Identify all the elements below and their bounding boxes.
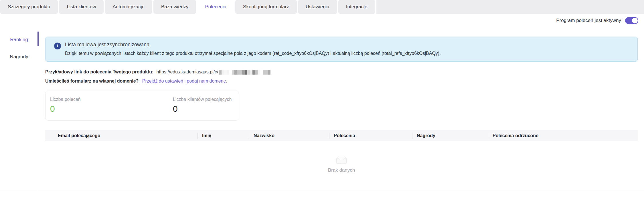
referral-content: RankingNagrody i Lista mailowa jest zsyn… (0, 27, 644, 192)
redaction-block (237, 70, 240, 75)
program-active-label: Program poleceń jest aktywny (556, 18, 621, 23)
redaction-block (224, 70, 227, 75)
stat-value: 0 (50, 105, 81, 113)
redaction-block (240, 70, 242, 75)
tab-skonfiguruj-formularz[interactable]: Skonfiguruj formularz (235, 0, 297, 14)
stat-value: 0 (173, 105, 232, 113)
toggle-knob (632, 18, 638, 23)
own-domain-row: Umieściłeś formularz na własnej domenie?… (45, 79, 638, 84)
column-header-imi: Imię (197, 130, 249, 141)
tab-polecenia[interactable]: Polecenia (197, 0, 234, 14)
tab-integracje[interactable]: Integracje (338, 0, 375, 14)
banner-title: Lista mailowa jest zsynchronizowana. (65, 42, 441, 48)
redaction-block (258, 70, 260, 75)
column-header-email-polecaj-cego: Email polecającego (45, 130, 197, 141)
stat-liczba-polece: Liczba poleceń0 (50, 97, 81, 113)
redaction-block (222, 70, 224, 75)
redaction-block (255, 70, 258, 75)
info-icon: i (54, 43, 61, 49)
ranking-panel: i Lista mailowa jest zsynchronizowana. D… (38, 27, 644, 192)
product-tab-bar: Szczegóły produktuLista klientówAutomaty… (0, 0, 644, 14)
stat-liczba-klient-w-polecaj-cych: Liczba klientów polecających0 (173, 97, 232, 113)
redaction-block (245, 70, 247, 75)
tab-ustawienia[interactable]: Ustawienia (298, 0, 337, 14)
sidebar-item-nagrody[interactable]: Nagrody (0, 51, 38, 62)
column-header-nagrody: Nagrody (412, 130, 488, 141)
active-item-indicator (37, 31, 39, 46)
ranking-table: Email polecającegoImięNazwiskoPoleceniaN… (45, 130, 638, 173)
redaction-block (250, 70, 252, 75)
referral-program-header: Program poleceń jest aktywny (0, 14, 644, 27)
redaction-block (268, 70, 270, 75)
column-header-nazwisko: Nazwisko (249, 130, 329, 141)
own-domain-question: Umieściłeś formularz na własnej domenie? (45, 79, 139, 83)
stat-label: Liczba poleceń (50, 97, 81, 102)
redaction-block (229, 70, 232, 75)
ranking-table-header: Email polecającegoImięNazwiskoPoleceniaN… (45, 130, 638, 141)
empty-inbox-icon (335, 155, 348, 165)
go-to-settings-link[interactable]: Przejdź do ustawień i podaj nam domenę. (142, 79, 227, 83)
banner-description: Dzięki temu w powiązanych listach każdy … (65, 51, 441, 56)
referral-stats-card: Liczba poleceń0Liczba klientów polecając… (45, 91, 239, 121)
redaction-block (219, 70, 222, 75)
redaction-block (263, 70, 265, 75)
tab-baza-wiedzy[interactable]: Baza wiedzy (153, 0, 196, 14)
program-active-toggle[interactable] (625, 17, 638, 24)
redaction-block (234, 70, 237, 75)
redaction-block (247, 70, 250, 75)
referral-sidebar: RankingNagrody (0, 27, 38, 192)
stat-label: Liczba klientów polecających (173, 97, 232, 102)
mailing-sync-banner: i Lista mailowa jest zsynchronizowana. D… (45, 37, 638, 62)
redacted-url-segment (219, 70, 270, 75)
redaction-block (265, 70, 268, 75)
empty-state-text: Brak danych (328, 167, 355, 173)
column-header-polecenia-odrzucone: Polecenia odrzucone (488, 130, 638, 141)
sidebar-item-ranking[interactable]: Ranking (0, 34, 38, 45)
redaction-block (227, 70, 229, 75)
table-empty-state: Brak danych (45, 141, 638, 173)
redaction-block (232, 70, 234, 75)
tab-szczeg-y-produktu[interactable]: Szczegóły produktu (0, 0, 58, 14)
redaction-block (260, 70, 263, 75)
tab-lista-klient-w[interactable]: Lista klientów (59, 0, 104, 14)
redaction-block (242, 70, 245, 75)
example-link-row: Przykładowy link do polecenia Twojego pr… (45, 69, 638, 75)
tab-automatyzacje[interactable]: Automatyzacje (105, 0, 152, 14)
example-link-label: Przykładowy link do polecenia Twojego pr… (45, 69, 153, 75)
column-header-polecenia: Polecenia (329, 130, 412, 141)
redaction-block (252, 70, 255, 75)
example-link-url: https://edu.akademiasaas.pl/c/ (156, 69, 218, 75)
tab-bar-filler (376, 0, 644, 14)
